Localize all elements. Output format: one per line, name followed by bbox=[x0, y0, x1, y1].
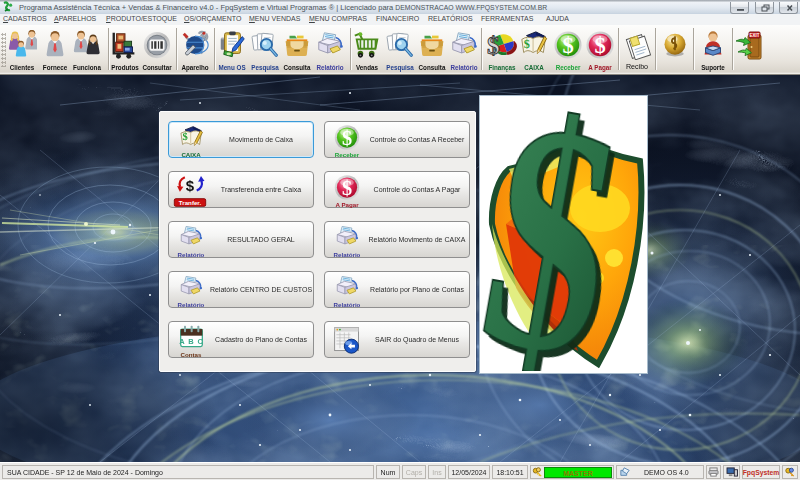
svg-text:A B C: A B C bbox=[179, 337, 203, 346]
svg-text:$: $ bbox=[186, 177, 195, 194]
